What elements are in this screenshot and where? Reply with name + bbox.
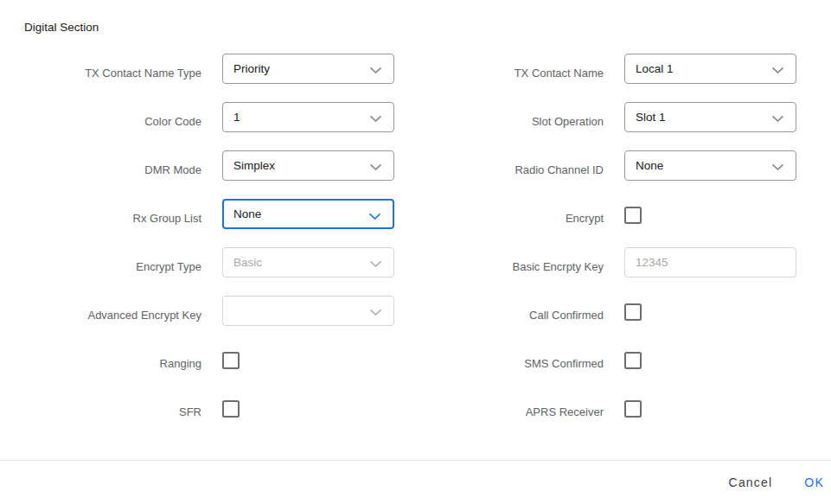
field-label: TX Contact Name — [415, 52, 604, 100]
rx-group-list-select[interactable]: None — [222, 199, 394, 229]
field-control: None — [222, 197, 394, 246]
chevron-down-icon — [369, 260, 382, 268]
radio-channel-id-select[interactable]: None — [624, 150, 796, 181]
field-control — [624, 197, 642, 246]
field-control — [222, 391, 240, 439]
field-control: Local 1 — [624, 52, 796, 100]
encrypt-checkbox[interactable] — [624, 207, 642, 224]
selected-value: 1 — [233, 111, 240, 124]
advanced-encrypt-key-select[interactable] — [222, 296, 394, 326]
form-row-aprs-receiver: APRS Receiver — [415, 391, 831, 439]
selected-value: None — [233, 207, 261, 220]
field-control — [222, 294, 394, 342]
encrypt-type-select[interactable]: Basic — [222, 247, 394, 278]
form-row-slot-operation: Slot OperationSlot 1 — [415, 100, 831, 149]
form-row-sms-confirmed: SMS Confirmed — [415, 342, 831, 391]
chevron-down-icon — [771, 115, 784, 123]
field-control — [624, 294, 642, 342]
field-control: Simplex — [222, 149, 394, 197]
form-row-call-confirmed: Call Confirmed — [415, 294, 831, 342]
chevron-down-icon — [369, 115, 382, 123]
field-label: APRS Receiver — [415, 391, 604, 439]
form-row-tx-contact-name-type: TX Contact Name TypePriority — [0, 52, 415, 100]
call-confirmed-checkbox[interactable] — [624, 303, 642, 321]
digital-section-dialog: Digital Section TX Contact Name TypePrio… — [0, 0, 831, 504]
color-code-select[interactable]: 1 — [222, 102, 394, 132]
selected-value: None — [636, 159, 663, 172]
section-title: Digital Section — [24, 21, 99, 34]
selected-value: Basic — [233, 256, 262, 269]
field-control: Basic — [222, 246, 394, 294]
form-column-left: TX Contact Name TypePriorityColor Code1D… — [0, 52, 415, 439]
field-label: Encrypt — [415, 197, 604, 246]
chevron-down-icon — [369, 163, 382, 171]
form-row-encrypt-type: Encrypt TypeBasic — [0, 246, 415, 294]
field-label: Color Code — [0, 100, 201, 149]
form-row-sfr: SFR — [0, 391, 415, 439]
field-label: SMS Confirmed — [415, 342, 604, 391]
tx-contact-name-select[interactable]: Local 1 — [624, 54, 796, 84]
form-row-rx-group-list: Rx Group ListNone — [0, 197, 415, 246]
form-row-advanced-encrypt-key: Advanced Encrypt Key — [0, 294, 415, 342]
field-control: Slot 1 — [624, 100, 796, 149]
field-label: Rx Group List — [0, 197, 201, 246]
sfr-checkbox[interactable] — [222, 400, 240, 418]
field-control: 12345 — [624, 246, 796, 294]
form-row-tx-contact-name: TX Contact NameLocal 1 — [415, 52, 831, 100]
field-control: 1 — [222, 100, 394, 149]
tx-contact-name-type-select[interactable]: Priority — [222, 54, 394, 84]
field-label: Encrypt Type — [0, 246, 201, 294]
form-row-encrypt: Encrypt — [415, 197, 831, 246]
field-control: None — [624, 149, 796, 197]
selected-value: Priority — [233, 62, 270, 75]
selected-value: Slot 1 — [636, 111, 666, 124]
input-value: 12345 — [636, 256, 668, 269]
aprs-receiver-checkbox[interactable] — [624, 400, 642, 418]
cancel-button[interactable]: Cancel — [729, 469, 773, 496]
field-label: Advanced Encrypt Key — [0, 294, 201, 342]
basic-encrpty-key-input[interactable]: 12345 — [624, 247, 796, 278]
slot-operation-select[interactable]: Slot 1 — [624, 102, 796, 132]
form-row-color-code: Color Code1 — [0, 100, 415, 149]
selected-value: Local 1 — [636, 62, 674, 75]
chevron-down-icon — [369, 67, 382, 74]
chevron-down-icon — [771, 163, 784, 171]
form-row-radio-channel-id: Radio Channel IDNone — [415, 149, 831, 197]
sms-confirmed-checkbox[interactable] — [624, 352, 642, 369]
chevron-down-icon — [771, 67, 784, 74]
form-column-right: TX Contact NameLocal 1Slot OperationSlot… — [415, 52, 831, 439]
dmr-mode-select[interactable]: Simplex — [222, 150, 394, 181]
field-label: Radio Channel ID — [415, 149, 604, 197]
selected-value: Simplex — [233, 159, 275, 172]
chevron-down-icon — [369, 309, 382, 316]
field-label: Ranging — [0, 342, 201, 391]
footer-actions: Cancel OK — [0, 461, 831, 504]
field-control — [624, 391, 642, 439]
field-label: SFR — [0, 391, 201, 439]
field-control: Priority — [222, 52, 394, 100]
field-control — [222, 342, 240, 391]
field-label: Basic Encrpty Key — [415, 246, 604, 294]
ok-button[interactable]: OK — [804, 469, 824, 496]
field-label: Call Confirmed — [415, 294, 604, 342]
field-control — [624, 342, 642, 391]
field-label: Slot Operation — [415, 100, 604, 149]
field-label: DMR Mode — [0, 149, 201, 197]
chevron-down-icon — [368, 213, 381, 220]
ranging-checkbox[interactable] — [222, 352, 240, 369]
form-row-ranging: Ranging — [0, 342, 415, 391]
field-label: TX Contact Name Type — [0, 52, 201, 100]
form-row-dmr-mode: DMR ModeSimplex — [0, 149, 415, 197]
form-row-basic-encrpty-key: Basic Encrpty Key12345 — [415, 246, 831, 294]
